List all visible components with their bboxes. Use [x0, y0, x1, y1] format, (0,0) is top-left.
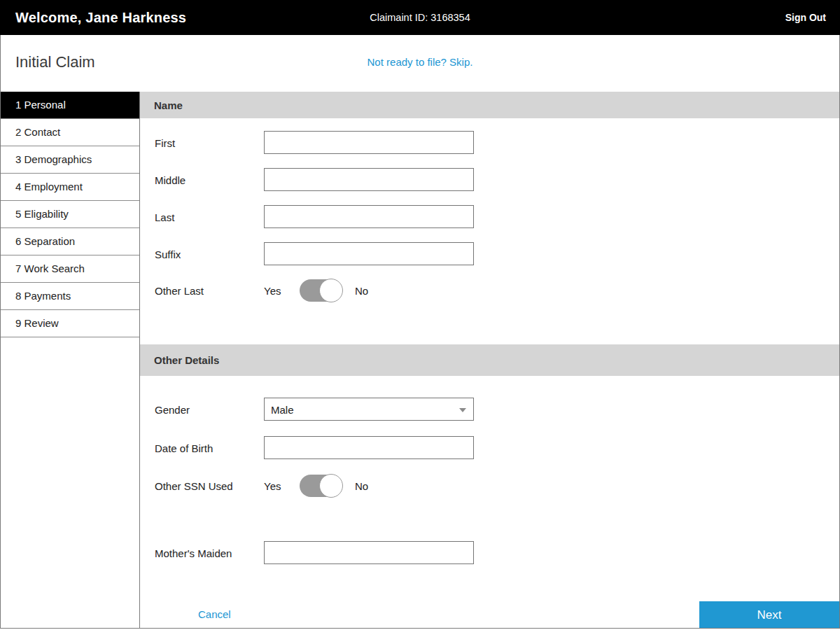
last-name-input[interactable] [264, 205, 474, 228]
other-details-section-title: Other Details [154, 354, 219, 366]
other-last-toggle[interactable] [300, 279, 342, 302]
gender-selected-value: Male [271, 403, 294, 415]
skip-link[interactable]: Not ready to file? Skip. [368, 56, 473, 68]
welcome-text: Welcome, Jane Harkness [15, 10, 186, 26]
next-button[interactable]: Next [699, 601, 839, 629]
other-ssn-row: Other SSN Used Yes No [140, 475, 839, 497]
first-name-input[interactable] [264, 131, 474, 154]
claimant-id: Claimaint ID: 3168354 [370, 12, 470, 23]
suffix-label: Suffix [155, 248, 181, 260]
sidebar-item-work-search[interactable]: 7 Work Search [1, 255, 139, 283]
steps-sidebar: 1 Personal 2 Contact 3 Demographics 4 Em… [1, 92, 140, 628]
other-last-yes-label: Yes [264, 285, 281, 297]
initial-claim-page: Welcome, Jane Harkness Claimaint ID: 316… [0, 0, 840, 630]
middle-name-row: Middle [140, 168, 839, 191]
sign-out-link[interactable]: Sign Out [785, 12, 826, 23]
date-of-birth-label: Date of Birth [155, 442, 213, 454]
last-name-label: Last [155, 211, 174, 223]
last-name-row: Last [140, 205, 839, 228]
mothers-maiden-row: Mother's Maiden [140, 541, 839, 564]
date-of-birth-row: Date of Birth [140, 436, 839, 459]
other-details-section-header: Other Details [140, 344, 839, 376]
other-last-row: Other Last Yes No [140, 279, 839, 302]
name-section-title: Name [154, 99, 183, 111]
other-ssn-toggle[interactable] [300, 475, 342, 497]
first-name-row: First [140, 131, 839, 154]
suffix-input[interactable] [264, 242, 474, 265]
sidebar-item-payments[interactable]: 8 Payments [1, 283, 139, 310]
middle-name-input[interactable] [264, 168, 474, 191]
other-last-no-label: No [355, 285, 368, 297]
sidebar-item-employment[interactable]: 4 Employment [1, 174, 139, 201]
page-title: Initial Claim [15, 53, 95, 71]
other-last-toggle-knob[interactable] [319, 279, 343, 302]
suffix-row: Suffix [140, 242, 839, 265]
sidebar-item-personal[interactable]: 1 Personal [1, 92, 139, 119]
sidebar-item-separation[interactable]: 6 Separation [1, 228, 139, 255]
other-last-label: Other Last [155, 285, 204, 297]
other-ssn-label: Other SSN Used [155, 480, 233, 492]
gender-label: Gender [155, 403, 190, 415]
date-of-birth-input[interactable] [264, 436, 474, 459]
gender-select[interactable]: Male [264, 398, 474, 421]
sidebar-item-contact[interactable]: 2 Contact [1, 119, 139, 146]
topbar: Welcome, Jane Harkness Claimaint ID: 316… [0, 0, 840, 35]
gender-row: Gender Male [140, 398, 839, 421]
sidebar-item-review[interactable]: 9 Review [1, 310, 139, 337]
cancel-link[interactable]: Cancel [198, 608, 231, 620]
mothers-maiden-label: Mother's Maiden [155, 547, 232, 559]
chevron-down-icon [459, 408, 466, 412]
mothers-maiden-input[interactable] [264, 541, 474, 564]
sidebar-item-demographics[interactable]: 3 Demographics [1, 146, 139, 174]
first-name-label: First [155, 136, 175, 148]
other-ssn-no-label: No [355, 480, 368, 492]
middle-name-label: Middle [155, 174, 186, 186]
other-ssn-toggle-knob[interactable] [319, 474, 343, 498]
sidebar-item-eligability[interactable]: 5 Eligability [1, 201, 139, 228]
other-ssn-yes-label: Yes [264, 480, 281, 492]
name-section-header: Name [140, 92, 839, 118]
